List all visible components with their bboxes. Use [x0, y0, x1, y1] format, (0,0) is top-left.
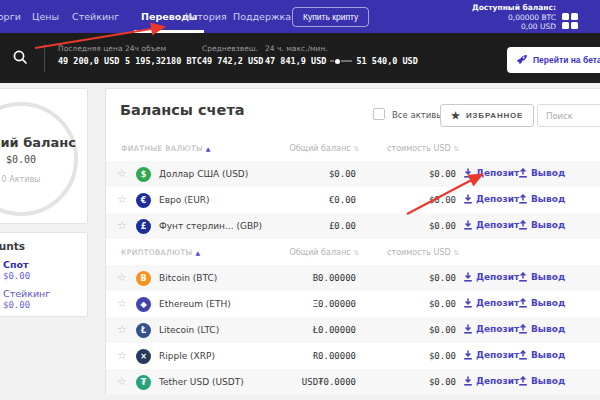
deposit-link[interactable]: Депозит	[463, 220, 519, 230]
nav-item[interactable]: Поддержка	[233, 0, 291, 33]
deposit-icon	[463, 272, 473, 282]
column-balance-header[interactable]: Общий баланс ⇅	[226, 144, 359, 153]
accounts-card: Accounts Спот $0.00 Стейкинг $0.00	[0, 232, 88, 317]
deposit-icon	[463, 350, 473, 360]
favorite-star-icon[interactable]: ☆	[117, 219, 127, 232]
go-to-beta-label: Перейти на бета	[533, 55, 600, 65]
withdraw-link[interactable]: Вывод	[518, 298, 565, 308]
currency-icon: ×	[136, 349, 151, 364]
nav-item[interactable]: Торги	[0, 0, 21, 33]
go-to-beta-button[interactable]: Перейти на бета	[507, 47, 600, 73]
range-slider	[330, 59, 352, 64]
withdraw-icon	[518, 194, 528, 204]
withdraw-icon	[518, 168, 528, 178]
apps-grid-icon[interactable]	[562, 13, 580, 30]
asset-value-usd: $0.00	[366, 351, 456, 361]
asset-row: ☆ ₮ Tether USD (USDT) USD₮0.0000 $0.00 Д…	[106, 369, 600, 395]
asset-row: ☆ × Ripple (XRP) Ɍ0.00000 $0.00 Депозит …	[106, 343, 600, 369]
withdraw-icon	[518, 272, 528, 282]
withdraw-link[interactable]: Вывод	[518, 272, 565, 282]
section-sort-header[interactable]: ФИАТНЫЕ ВАЛЮТЫ ▲	[121, 144, 211, 153]
withdraw-link[interactable]: Вывод	[518, 376, 565, 386]
total-balance-title: Общий баланс	[0, 135, 76, 150]
favorite-star-icon[interactable]: ☆	[117, 193, 127, 206]
withdraw-icon	[518, 298, 528, 308]
deposit-link[interactable]: Депозит	[463, 168, 519, 178]
favorite-star-icon[interactable]: ☆	[117, 375, 127, 388]
deposit-link[interactable]: Депозит	[463, 324, 519, 334]
buy-crypto-button[interactable]: Купить крипту	[292, 7, 369, 27]
withdraw-link[interactable]: Вывод	[518, 220, 565, 230]
high-value: 51 540,0 USD	[356, 56, 417, 66]
asset-row: ☆ B Bitcoin (BTC) B0.00000 $0.00 Депозит…	[106, 265, 600, 291]
total-balance-card: Общий баланс $0.00 0 Активы	[0, 88, 88, 224]
asset-name: Bitcoin (BTC)	[159, 273, 217, 283]
total-balance-assets: 0 Активы	[2, 175, 41, 184]
high-low-label: 24 ч. макс./мин.	[265, 44, 418, 53]
asset-balance: Ɍ0.00000	[226, 351, 356, 361]
deposit-icon	[463, 376, 473, 386]
search-icon[interactable]	[12, 49, 29, 66]
favorite-star-icon[interactable]: ☆	[117, 167, 127, 180]
asset-row: ☆ £ Фунт стерлин... (GBP) £0.00 $0.00 Де…	[106, 213, 600, 239]
withdraw-link[interactable]: Вывод	[518, 324, 565, 334]
withdraw-link[interactable]: Вывод	[518, 350, 565, 360]
section-sort-header[interactable]: КРИПТОВАЛЮТЫ ▲	[121, 248, 200, 257]
deposit-link[interactable]: Депозит	[463, 376, 519, 386]
asset-name: Litecoin (LTC)	[159, 325, 219, 335]
column-balance-header[interactable]: Общий баланс ⇅	[226, 248, 359, 257]
withdraw-link[interactable]: Вывод	[518, 194, 565, 204]
nav-item[interactable]: Стейкинг	[72, 0, 119, 33]
asset-balance: Ξ0.00000	[226, 299, 356, 309]
withdraw-icon	[518, 350, 528, 360]
currency-icon: €	[136, 193, 151, 208]
column-value-header[interactable]: стоимость USD ⇅	[366, 144, 459, 153]
asset-value-usd: $0.00	[366, 273, 456, 283]
favorite-star-icon[interactable]: ☆	[117, 271, 127, 284]
favorite-star-icon[interactable]: ☆	[117, 323, 127, 336]
column-value-header[interactable]: стоимость USD ⇅	[366, 248, 459, 257]
favorite-star-icon[interactable]: ☆	[117, 297, 127, 310]
withdraw-link[interactable]: Вывод	[518, 168, 565, 178]
nav-item[interactable]: История	[185, 0, 227, 33]
deposit-icon	[463, 168, 473, 178]
asset-row: ☆ $ Доллар США (USD) $0.00 $0.00 Депозит…	[106, 161, 600, 187]
sidebar-account-link[interactable]: Стейкинг $0.00	[3, 288, 50, 310]
nav-item[interactable]: Цены	[32, 0, 59, 33]
deposit-icon	[463, 194, 473, 204]
favorites-button[interactable]: ★ ИЗБРАННОЕ	[440, 104, 534, 127]
table-section: КРИПТОВАЛЮТЫ ▲ Общий баланс ⇅ стоимость …	[106, 245, 600, 395]
sort-icon: ⇅	[353, 145, 359, 153]
section-rows: ☆ B Bitcoin (BTC) B0.00000 $0.00 Депозит…	[106, 265, 600, 395]
accounts-title: Accounts	[0, 240, 25, 252]
currency-icon: B	[136, 271, 151, 286]
favorite-star-icon[interactable]: ☆	[117, 349, 127, 362]
deposit-link[interactable]: Депозит	[463, 272, 519, 282]
deposit-link[interactable]: Депозит	[463, 194, 519, 204]
currency-icon: ◆	[136, 297, 151, 312]
deposit-link[interactable]: Депозит	[463, 350, 519, 360]
currency-icon: ₮	[136, 375, 151, 390]
ticker-stat: 24ч объем 5 195,32180 BTC	[125, 44, 202, 66]
all-assets-checkbox[interactable]	[373, 108, 385, 120]
available-balance-label: Доступный баланс:	[472, 3, 556, 13]
sort-icon: ⇅	[453, 249, 459, 257]
deposit-icon	[463, 220, 473, 230]
withdraw-icon	[518, 324, 528, 334]
balances-table: ФИАТНЫЕ ВАЛЮТЫ ▲ Общий баланс ⇅ стоимост…	[106, 141, 600, 400]
asset-value-usd: $0.00	[366, 299, 456, 309]
total-balance-amount: $0.00	[6, 154, 36, 165]
deposit-link[interactable]: Депозит	[463, 298, 519, 308]
all-assets-label: Все активы	[392, 110, 443, 120]
sort-asc-icon: ▲	[206, 145, 211, 152]
asset-value-usd: $0.00	[366, 325, 456, 335]
asset-row: ☆ € Евро (EUR) €0.00 $0.00 Депозит Вывод	[106, 187, 600, 213]
search-input[interactable]	[537, 104, 600, 127]
divider	[44, 44, 45, 72]
withdraw-icon	[518, 376, 528, 386]
asset-name: Евро (EUR)	[159, 195, 210, 205]
sidebar-account-link[interactable]: Спот $0.00	[3, 259, 30, 281]
rocket-icon	[516, 54, 528, 66]
favorites-label: ИЗБРАННОЕ	[466, 111, 523, 120]
deposit-icon	[463, 324, 473, 334]
